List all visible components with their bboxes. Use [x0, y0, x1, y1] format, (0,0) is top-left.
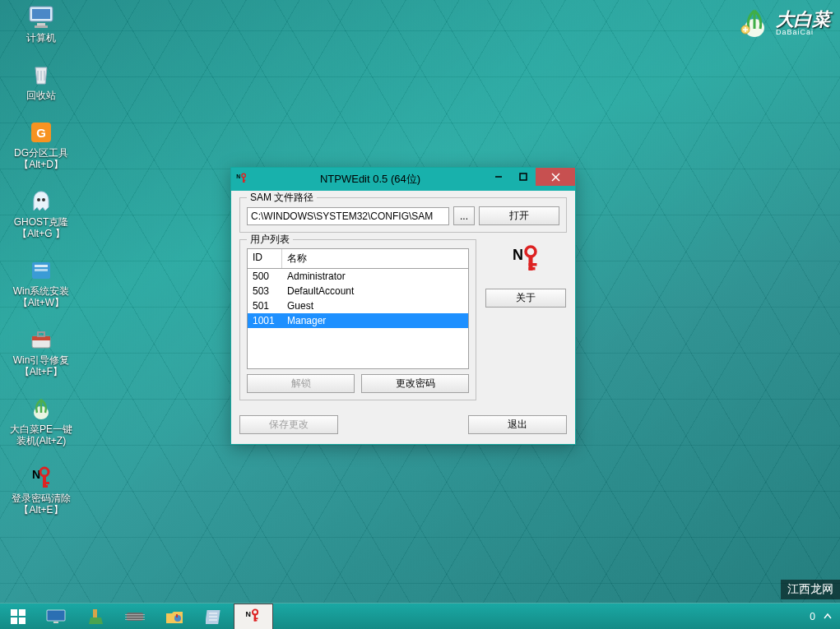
- svg-rect-44: [125, 614, 145, 615]
- desktop-icon-label: GHOST克隆 【Alt+G 】: [14, 216, 69, 239]
- taskbar-item-tools[interactable]: [155, 604, 194, 629]
- desktop-icon-dg[interactable]: G DG分区工具 【Alt+D】: [8, 119, 74, 170]
- svg-rect-17: [43, 475, 46, 487]
- save-button[interactable]: 保存更改: [239, 415, 338, 434]
- system-tray[interactable]: 0: [801, 604, 840, 629]
- sam-path-group: SAM 文件路径 ... 打开: [239, 197, 567, 233]
- svg-rect-9: [35, 265, 48, 267]
- desktop-icon-bootfix[interactable]: Win引导修复 【Alt+F】: [8, 326, 74, 377]
- svg-rect-1: [32, 9, 50, 19]
- chevron-up-icon[interactable]: [824, 611, 832, 622]
- cell-name: DefaultAccount: [282, 284, 468, 298]
- change-password-button[interactable]: 更改密码: [361, 374, 469, 393]
- titlebar[interactable]: N NTPWEdit 0.5 (64位): [231, 168, 575, 191]
- svg-point-7: [42, 198, 45, 201]
- window-body: SAM 文件路径 ... 打开 用户列表 ID 名称 500Administra…: [231, 191, 575, 444]
- taskbar-item-notes[interactable]: [194, 604, 234, 629]
- open-button[interactable]: 打开: [479, 206, 559, 225]
- cell-name: Administrator: [282, 269, 468, 284]
- svg-line-29: [552, 173, 559, 181]
- svg-rect-39: [19, 617, 26, 624]
- svg-rect-46: [125, 619, 145, 620]
- svg-text:G: G: [36, 126, 46, 140]
- desktop[interactable]: 计算机 回收站 G DG分区工具 【Alt+D】 GHOST克隆 【Alt+G …: [0, 0, 840, 629]
- desktop-icons: 计算机 回收站 G DG分区工具 【Alt+D】 GHOST克隆 【Alt+G …: [8, 4, 74, 516]
- svg-rect-26: [243, 182, 245, 183]
- list-row[interactable]: 501Guest: [248, 298, 468, 313]
- taskbar: N 0: [0, 603, 840, 629]
- desktop-icon-label: Win引导修复 【Alt+F】: [13, 354, 70, 377]
- desktop-icon-label: Win系统安装 【Alt+W】: [13, 285, 70, 308]
- side-column: N 关于: [485, 239, 567, 308]
- svg-point-23: [242, 173, 246, 178]
- cabbage-mascot-icon: [738, 7, 771, 39]
- chip-icon: [125, 610, 145, 623]
- start-button[interactable]: [0, 604, 36, 629]
- svg-rect-40: [47, 610, 65, 621]
- brush-icon: [86, 608, 104, 626]
- unlock-button[interactable]: 解锁: [247, 374, 355, 393]
- svg-point-32: [526, 247, 536, 257]
- list-header: ID 名称: [247, 248, 469, 269]
- cell-id: 503: [248, 284, 282, 298]
- sam-path-input[interactable]: [247, 207, 449, 225]
- svg-rect-41: [53, 622, 58, 623]
- watermark: 江西龙网: [781, 580, 840, 599]
- svg-rect-2: [37, 23, 45, 25]
- list-row[interactable]: 500Administrator: [248, 269, 468, 284]
- computer-icon: [26, 4, 56, 30]
- desktop-icon-label: 登录密码清除 【Alt+E】: [12, 493, 71, 516]
- col-name-header[interactable]: 名称: [282, 249, 468, 268]
- cell-name: Guest: [282, 298, 468, 313]
- maximize-button[interactable]: [511, 168, 536, 186]
- desktop-icon-computer[interactable]: 计算机: [8, 4, 74, 44]
- exit-button[interactable]: 退出: [468, 415, 567, 434]
- diskgenius-icon: G: [26, 119, 56, 146]
- user-listbox[interactable]: 500Administrator503DefaultAccount501Gues…: [247, 269, 469, 369]
- cell-id: 501: [248, 298, 282, 313]
- desktop-icon-pwclear[interactable]: N 登录密码清除 【Alt+E】: [8, 465, 74, 516]
- about-button[interactable]: 关于: [485, 289, 566, 308]
- svg-rect-19: [43, 485, 48, 488]
- desktop-icon-dabaicai[interactable]: 大白菜PE一键 装机(Alt+Z): [8, 395, 74, 446]
- desktop-icon-wininstall[interactable]: Win系统安装 【Alt+W】: [8, 257, 74, 308]
- browse-button[interactable]: ...: [453, 206, 475, 225]
- svg-rect-3: [35, 25, 48, 28]
- svg-rect-35: [529, 267, 536, 271]
- svg-rect-37: [19, 609, 26, 616]
- col-id-header[interactable]: ID: [248, 249, 282, 268]
- recycle-bin-icon: [26, 62, 56, 88]
- desktop-icon-label: 大白菜PE一键 装机(Alt+Z): [10, 423, 72, 446]
- svg-rect-36: [11, 609, 17, 616]
- close-button[interactable]: [536, 168, 575, 186]
- taskbar-item-cleaner[interactable]: [76, 604, 115, 629]
- desktop-icon-label: 回收站: [26, 90, 56, 101]
- desktop-icon-recycle[interactable]: 回收站: [8, 62, 74, 101]
- svg-rect-48: [176, 614, 178, 617]
- minimize-button[interactable]: [486, 168, 511, 186]
- cell-id: 1001: [248, 313, 282, 328]
- svg-rect-13: [38, 332, 44, 336]
- brand-cn: 大白菜: [776, 11, 830, 29]
- list-row[interactable]: 503DefaultAccount: [248, 284, 468, 298]
- svg-text:N: N: [513, 247, 523, 263]
- cabbage-icon: [26, 395, 56, 422]
- taskbar-item-ntpwedit[interactable]: N: [234, 604, 273, 629]
- svg-rect-18: [43, 482, 49, 484]
- tray-text: 0: [810, 611, 815, 622]
- taskbar-item-desktop[interactable]: [36, 604, 76, 629]
- cell-id: 500: [248, 269, 282, 284]
- svg-point-16: [40, 468, 49, 476]
- cell-name: Manager: [282, 313, 468, 328]
- desktop-icon-label: DG分区工具 【Alt+D】: [14, 147, 68, 170]
- notepad-icon: [206, 608, 222, 626]
- list-row[interactable]: 1001Manager: [248, 313, 468, 328]
- taskbar-item-hardware[interactable]: [115, 604, 155, 629]
- brand-en: DaBaiCai: [776, 29, 830, 36]
- app-logo-icon: N: [505, 239, 546, 280]
- svg-rect-38: [11, 617, 17, 624]
- desktop-icon-ghost[interactable]: GHOST克隆 【Alt+G 】: [8, 188, 74, 239]
- window-controls: [486, 168, 575, 186]
- svg-text:N: N: [236, 173, 240, 179]
- ghost-icon: [26, 188, 56, 215]
